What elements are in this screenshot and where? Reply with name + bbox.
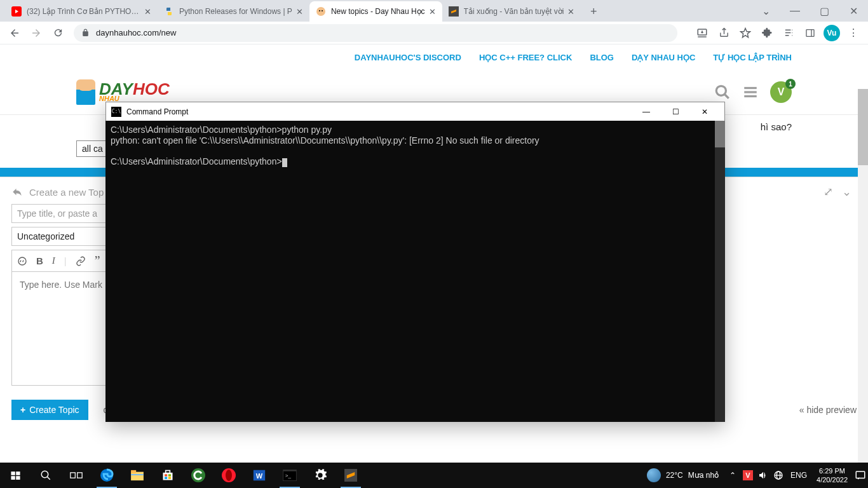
new-tab-button[interactable]: +: [585, 3, 602, 20]
nav-self[interactable]: TỰ HỌC LẬP TRÌNH: [713, 53, 792, 62]
edge-icon[interactable]: [92, 463, 122, 488]
close-icon[interactable]: ✕: [567, 7, 574, 17]
svg-rect-6: [806, 29, 814, 36]
cmd-titlebar[interactable]: C:\ Command Prompt — ☐ ✕: [105, 102, 725, 121]
collapse-icon[interactable]: ⌄: [842, 185, 851, 199]
reading-list-icon[interactable]: [778, 22, 799, 44]
sublime-icon: [449, 6, 459, 17]
svg-point-34: [226, 470, 232, 481]
nav-discord[interactable]: DAYNHAUHOC'S DISCORD: [355, 53, 461, 62]
close-icon[interactable]: ✕: [429, 7, 436, 17]
cmd-taskbar-icon[interactable]: >_: [275, 463, 305, 488]
volume-icon[interactable]: [756, 463, 771, 488]
logo-text: DAYHOC NHAU: [99, 83, 170, 102]
svg-rect-27: [166, 471, 170, 473]
italic-button[interactable]: I: [52, 255, 55, 266]
clock[interactable]: 6:29 PM 4/20/2022: [811, 466, 853, 485]
reply-icon: [11, 186, 23, 198]
notification-badge: 1: [785, 79, 796, 89]
network-icon[interactable]: [771, 463, 786, 488]
cmd-maximize[interactable]: ☐: [661, 103, 690, 121]
settings-icon[interactable]: [305, 463, 336, 488]
extensions-icon[interactable]: [756, 22, 778, 44]
tab-title: Python Releases for Windows | P: [179, 7, 292, 16]
share-icon[interactable]: [713, 22, 735, 44]
logo[interactable]: DAYHOC NHAU: [76, 79, 170, 105]
page-scrollbar[interactable]: [858, 89, 868, 488]
task-view[interactable]: [61, 463, 92, 488]
quote-icon[interactable]: [17, 256, 27, 266]
link-icon[interactable]: [76, 256, 86, 266]
close-icon[interactable]: ✕: [296, 7, 303, 17]
maximize-button[interactable]: ▢: [810, 1, 839, 20]
svg-rect-20: [71, 473, 76, 478]
tab-python[interactable]: Python Releases for Windows | P ✕: [158, 1, 309, 22]
profile-avatar[interactable]: Vu: [824, 25, 840, 41]
svg-point-2: [319, 10, 320, 11]
vivaldi-tray-icon[interactable]: V: [740, 463, 756, 488]
url-text: daynhauhoc.com/new: [96, 28, 176, 37]
cmd-title: Command Prompt: [126, 107, 188, 116]
language-indicator[interactable]: ENG: [786, 463, 811, 488]
nav-cpp[interactable]: HỌC C++ FREE? CLICK: [479, 53, 573, 62]
sublime-taskbar-icon[interactable]: [336, 463, 366, 488]
coccoc-icon[interactable]: [183, 463, 214, 488]
menu-icon[interactable]: ⋮: [843, 22, 864, 44]
explorer-icon[interactable]: [122, 463, 153, 488]
chevron-down-icon[interactable]: ⌄: [756, 5, 776, 17]
create-topic-button[interactable]: Create Topic: [11, 400, 88, 420]
blockquote-icon[interactable]: ”: [95, 254, 100, 268]
svg-rect-16: [11, 476, 15, 480]
cmd-body[interactable]: C:\Users\Administrator\Documents\python>…: [105, 121, 725, 422]
svg-line-9: [724, 94, 729, 98]
tab-youtube[interactable]: (32) Lập Trình Cơ Bản PYTHON Tự ✕: [5, 1, 158, 22]
install-icon[interactable]: [691, 22, 713, 44]
search-button[interactable]: [31, 463, 61, 488]
svg-rect-23: [131, 472, 144, 481]
tab-dnh[interactable]: New topics - Day Nhau Học ✕: [309, 1, 442, 22]
sidepanel-icon[interactable]: [799, 22, 821, 44]
svg-text:V: V: [745, 471, 750, 479]
svg-point-8: [716, 86, 726, 95]
close-icon[interactable]: ✕: [144, 7, 151, 17]
user-avatar[interactable]: V 1: [770, 81, 792, 103]
svg-point-13: [18, 257, 26, 265]
back-button[interactable]: [4, 22, 25, 44]
word-icon[interactable]: W: [244, 463, 275, 488]
youtube-icon: [11, 6, 22, 17]
tab-sublime[interactable]: Tải xuống - Văn bản tuyệt vời ✕: [442, 1, 581, 22]
svg-rect-15: [16, 471, 20, 475]
start-button[interactable]: [0, 463, 31, 488]
nav-blog[interactable]: BLOG: [590, 53, 614, 62]
hide-preview-link[interactable]: « hide preview: [799, 405, 857, 415]
hamburger-icon[interactable]: [742, 84, 759, 100]
expand-icon[interactable]: ⤢: [824, 185, 833, 199]
url-field[interactable]: daynhauhoc.com/new: [74, 24, 677, 42]
weather-temp: 22°C: [666, 471, 683, 480]
star-icon[interactable]: [735, 22, 756, 44]
reload-button[interactable]: [47, 22, 69, 44]
nav-dnh[interactable]: DẠY NHAU HỌC: [632, 53, 695, 62]
cmd-minimize[interactable]: —: [632, 103, 661, 121]
dnh-icon: [316, 6, 326, 17]
top-nav: DAYNHAUHOC'S DISCORD HỌC C++ FREE? CLICK…: [0, 44, 868, 70]
search-icon[interactable]: [714, 84, 731, 100]
svg-text:W: W: [256, 472, 263, 480]
store-icon[interactable]: [153, 463, 183, 488]
bold-button[interactable]: B: [36, 255, 43, 266]
minimize-button[interactable]: —: [780, 1, 810, 20]
cmd-scrollbar[interactable]: [715, 121, 725, 422]
close-button[interactable]: ✕: [839, 1, 868, 20]
svg-rect-26: [163, 473, 173, 480]
welcome-text-tail: hì sao?: [761, 121, 792, 132]
forward-button[interactable]: [25, 22, 47, 44]
tray-chevron[interactable]: ⌃: [725, 463, 740, 488]
cmd-close[interactable]: ✕: [690, 103, 719, 121]
notifications-icon[interactable]: [853, 463, 868, 488]
opera-icon[interactable]: [214, 463, 244, 488]
cursor: [282, 158, 287, 167]
tab-title: New topics - Day Nhau Học: [331, 7, 425, 16]
python-icon: [164, 6, 174, 17]
tab-title: (32) Lập Trình Cơ Bản PYTHON Tự: [27, 7, 140, 16]
weather-widget[interactable]: 22°C Mưa nhỏ: [641, 468, 725, 482]
